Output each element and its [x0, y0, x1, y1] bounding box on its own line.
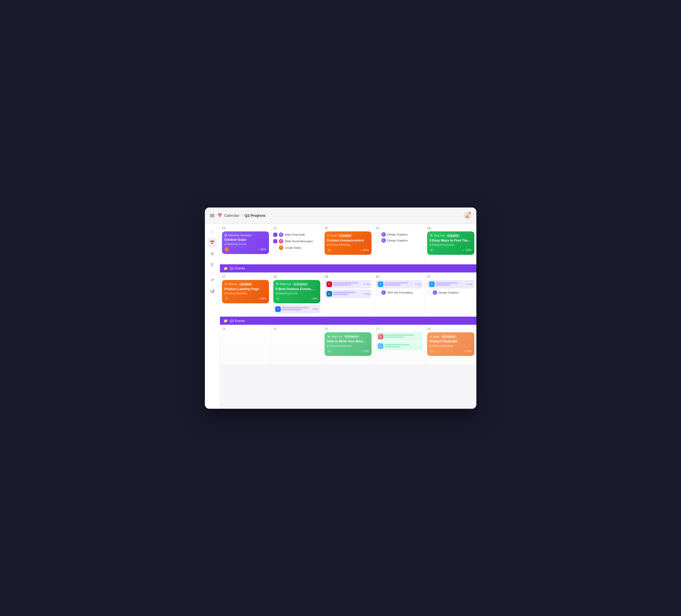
avatar-anna-2: A — [276, 296, 280, 301]
sidebar-item-calendar[interactable]: 📅 — [207, 238, 217, 247]
day-number-24: 24 — [222, 327, 269, 331]
dot — [225, 244, 226, 245]
avatar-design-21: D — [433, 290, 437, 295]
time-pinterest: 8:15a — [364, 283, 370, 286]
social-row-linkedin: in 1:20p — [327, 291, 370, 297]
card-title-blog2: 5 Best Outdoor Events... — [276, 287, 318, 291]
website-icon: 🖥 — [225, 283, 227, 286]
breadcrumb-project[interactable]: Q2 Projects — [245, 213, 266, 218]
blog-icon: 📡 — [430, 234, 433, 237]
banner-q2-events-1: 📁 Q2 Events — [220, 264, 476, 272]
banner-label-1: Q2 Events — [230, 266, 245, 270]
card-footer-website: A ✓ 100% — [225, 296, 267, 301]
day-21: 21 𝕏 4:15p — [425, 273, 476, 317]
social-card-twitter-20[interactable]: 𝕏 1:15p — [376, 280, 423, 289]
card-footer-blog2: A ✓ 60% — [276, 296, 318, 301]
card-subtitle-blog2: Marketing Events — [276, 292, 318, 295]
avatar-anna-3: A — [327, 349, 332, 353]
social-card-pinterest[interactable]: P 8:15a — [325, 280, 372, 289]
twitter-icon-20: 𝕏 — [378, 281, 383, 287]
task-create-slides[interactable]: C Create Slides — [273, 245, 320, 251]
week3-grid: 24 25 26 📡 Blog Post In Progress — [220, 325, 476, 365]
sidebar-item-shuffle[interactable]: ⇄ — [207, 275, 217, 285]
folder-icon: 🖼 — [225, 234, 227, 237]
card-blog-post-2[interactable]: 📡 Blog Post In Progress 5 Best Outdoor E… — [273, 280, 320, 303]
day-12: 12 ✉ Email Complete Product Announcement… — [323, 224, 374, 264]
dot — [276, 293, 277, 294]
check-box-design — [427, 291, 431, 295]
card-footer-reminder: A ✓ 75% — [430, 349, 472, 353]
check-done-2: ✓ — [273, 239, 277, 243]
avatar-alexis-3: A — [225, 296, 229, 301]
dot — [327, 244, 329, 246]
header-right: 🔔 — [463, 212, 471, 220]
check-pct-reminder: ✓ 75% — [464, 350, 472, 353]
social-card-facebook[interactable]: f 8:31p — [273, 305, 320, 314]
card-website[interactable]: 🖥 Website Complete Product Landing Page … — [222, 280, 269, 303]
time-linkedin: 1:20p — [364, 293, 370, 295]
day-20: 20 𝕏 1:15p — [374, 273, 425, 317]
sidebar-item-chart[interactable]: 📊 — [207, 286, 217, 296]
day-13: 13 D Design Graphics D Design Graphics — [374, 224, 425, 264]
day-number-11: 11 — [273, 226, 320, 230]
social-row: f 8:31p — [275, 306, 318, 312]
sidebar-item-home[interactable]: ⌂ — [207, 227, 217, 237]
day-11: 11 ✓ W Write Final Draft ✓ W Write Socia… — [271, 224, 323, 264]
task-label-1: Write Final Draft — [285, 233, 305, 236]
calendar-area-wrapper: 10 🖼 Marketing Campaign Outdoor Expo Mar… — [220, 224, 476, 409]
social-card-twitter-21[interactable]: 𝕏 4:15p — [427, 280, 474, 289]
sidebar: ⌂ 📅 ⊞ ☰ ⇄ 📊 — [205, 224, 220, 409]
check-item-design-1[interactable]: D Design Graphics — [376, 231, 423, 238]
notification-button[interactable]: 🔔 — [463, 212, 471, 220]
blog-icon-3: 📡 — [327, 335, 330, 338]
day-number-20: 20 — [376, 275, 423, 278]
week2-grid: 17 🖥 Website Complete Product Landing Pa… — [220, 272, 476, 317]
unchecked-design[interactable]: D Design Graphics — [427, 290, 474, 296]
bars — [282, 307, 311, 311]
day-number-17: 17 — [222, 275, 269, 278]
card-subtitle-blog: Demand Generation — [430, 244, 472, 246]
task-label-3: Create Slides — [285, 246, 301, 249]
day-number-21: 21 — [427, 275, 474, 278]
check-item-design-2[interactable]: D Design Graphics — [376, 238, 423, 244]
day-number-18: 18 — [273, 275, 320, 278]
main-layout: ⌂ 📅 ⊞ ☰ ⇄ 📊 10 🖼 Marketi — [205, 224, 476, 409]
card-subtitle: Marketing Events — [225, 243, 267, 246]
card-header-blog: 📡 Blog Post Complete — [430, 234, 472, 238]
card-header: 🖼 Marketing Campaign — [225, 234, 267, 237]
time-twitter-21: 4:15p — [466, 283, 472, 286]
card-blog-post[interactable]: 📡 Blog Post Complete 3 Easy Ways to Find… — [427, 231, 474, 255]
card-cat-email: Email — [331, 234, 337, 237]
bars-twitter-21 — [436, 282, 465, 286]
card-cat-website: Website — [228, 283, 237, 286]
blog-icon-2: 📡 — [276, 283, 279, 286]
check-pct-web: ✓ 100% — [257, 297, 267, 300]
card-footer-blog: A ✓ 100% — [430, 248, 472, 252]
card-marketing-campaign[interactable]: 🖼 Marketing Campaign Outdoor Expo Market… — [222, 231, 269, 254]
day-10: 10 🖼 Marketing Campaign Outdoor Expo Mar… — [220, 224, 271, 264]
card-title-outdoor-expo: Outdoor Expo — [225, 238, 267, 242]
card-email-reminder[interactable]: ✉ Email In Progress Product Reminder Pro… — [427, 332, 474, 356]
check-box-2 — [376, 239, 380, 243]
breadcrumb-calendar[interactable]: Calendar — [224, 213, 239, 218]
week1-grid: 10 🖼 Marketing Campaign Outdoor Expo Mar… — [220, 224, 476, 264]
card-blog-how-to[interactable]: 📡 Blog Post In Progress How to Write You… — [325, 332, 372, 356]
calendar-area[interactable]: 10 🖼 Marketing Campaign Outdoor Expo Mar… — [220, 224, 476, 366]
hamburger-icon[interactable] — [210, 214, 215, 217]
design-label-2: Design Graphics — [387, 239, 408, 242]
social-card-twitter-27[interactable]: 𝕏 — [376, 342, 423, 350]
task-write-social[interactable]: ✓ W Write Social Messages — [273, 238, 320, 245]
unchecked-seo[interactable]: S SEO and Formatting — [376, 290, 423, 296]
task-label-2: Write Social Messages — [285, 240, 313, 243]
social-row-twitter-20: 𝕏 1:15p — [378, 281, 421, 287]
card-email-announcement[interactable]: ✉ Email Complete Product Announcement Pr… — [325, 231, 372, 255]
badge-progress-blog2: In Progress — [292, 282, 308, 286]
twitter-icon-27: 𝕏 — [378, 343, 383, 349]
social-card-linkedin[interactable]: in 1:20p — [325, 290, 372, 298]
breadcrumb: 📅 Calendar / Q2 Projects — [218, 213, 266, 218]
sidebar-item-grid[interactable]: ⊞ — [207, 249, 217, 258]
social-card-instagram-27[interactable]: ◎ — [376, 332, 423, 341]
linkedin-icon: in — [327, 291, 332, 297]
task-write-final-draft[interactable]: ✓ W Write Final Draft — [273, 231, 320, 238]
sidebar-item-list[interactable]: ☰ — [207, 260, 217, 270]
